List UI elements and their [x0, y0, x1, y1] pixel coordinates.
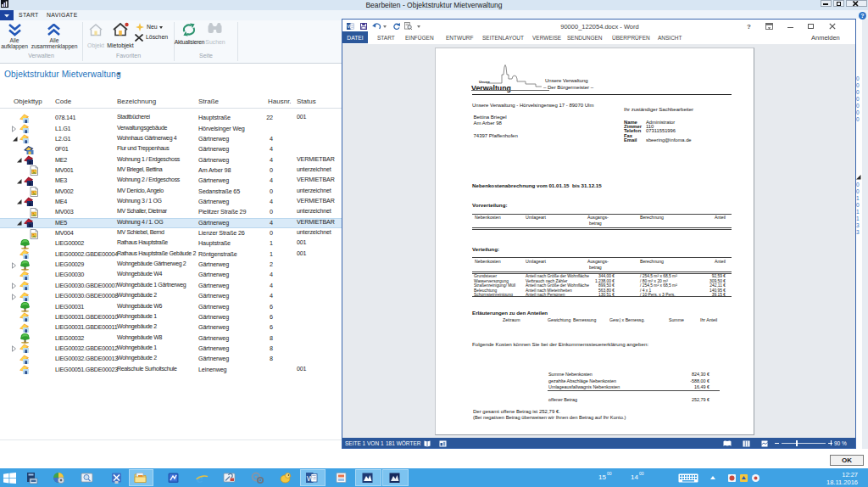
svg-text:W: W: [347, 24, 352, 29]
svg-text:W: W: [307, 474, 314, 483]
